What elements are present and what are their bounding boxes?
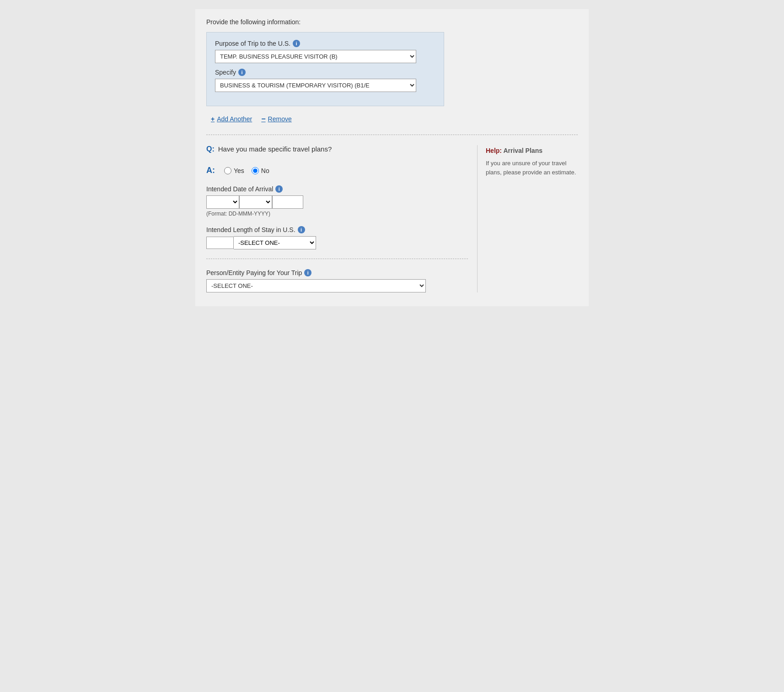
- specify-field-group: Specify i BUSINESS & TOURISM (TEMPORARY …: [215, 69, 435, 92]
- specify-label: Specify i: [215, 69, 435, 76]
- add-remove-row: + Add Another − Remove: [211, 112, 578, 126]
- arrival-info-icon[interactable]: i: [275, 185, 283, 193]
- q-label: Q:: [206, 145, 215, 153]
- arrival-date-label: Intended Date of Arrival i: [206, 185, 468, 193]
- help-panel: Help: Arrival Plans If you are unsure of…: [477, 145, 578, 292]
- length-of-stay-section: Intended Length of Stay in U.S. i -SELEC…: [206, 226, 468, 249]
- plus-icon: +: [211, 115, 215, 123]
- no-option[interactable]: No: [252, 167, 269, 174]
- purpose-label: Purpose of Trip to the U.S. i: [215, 40, 435, 47]
- arrival-month-select[interactable]: [239, 195, 272, 209]
- purpose-info-icon[interactable]: i: [293, 40, 300, 47]
- paying-info-icon[interactable]: i: [304, 269, 311, 276]
- length-inputs: -SELECT ONE- Days Weeks Months Years: [206, 236, 468, 249]
- page-container: Provide the following information: Purpo…: [195, 9, 589, 306]
- arrival-date-section: Intended Date of Arrival i (Format: DD-M…: [206, 185, 468, 217]
- help-title: Help: Arrival Plans: [486, 147, 578, 154]
- purpose-select[interactable]: TEMP. BUSINESS PLEASURE VISITOR (B): [215, 50, 416, 63]
- section-intro: Provide the following information:: [206, 18, 578, 26]
- radio-group: Yes No: [224, 167, 269, 174]
- length-unit-select[interactable]: -SELECT ONE- Days Weeks Months Years: [234, 236, 316, 249]
- purpose-field-group: Purpose of Trip to the U.S. i TEMP. BUSI…: [215, 40, 435, 63]
- specify-info-icon[interactable]: i: [238, 69, 246, 76]
- specify-select[interactable]: BUSINESS & TOURISM (TEMPORARY VISITOR) (…: [215, 79, 416, 92]
- minus-icon: −: [261, 115, 265, 123]
- yes-radio[interactable]: [224, 167, 231, 174]
- length-info-icon[interactable]: i: [298, 226, 305, 233]
- arrival-year-input[interactable]: [272, 195, 303, 209]
- paying-divider: [206, 259, 468, 259]
- help-body: If you are unsure of your travel plans, …: [486, 159, 578, 177]
- add-another-button[interactable]: + Add Another: [211, 115, 252, 123]
- remove-button[interactable]: − Remove: [261, 115, 291, 123]
- paying-select[interactable]: -SELECT ONE-: [206, 279, 426, 292]
- trip-purpose-box: Purpose of Trip to the U.S. i TEMP. BUSI…: [206, 32, 444, 106]
- q-text: Have you made specific travel plans?: [218, 145, 332, 153]
- question-main: Q: Have you made specific travel plans? …: [206, 145, 477, 292]
- section-divider: [206, 135, 578, 135]
- paying-label: Person/Entity Paying for Your Trip i: [206, 269, 468, 276]
- arrival-inputs: [206, 195, 468, 209]
- no-radio[interactable]: [252, 167, 259, 174]
- yes-option[interactable]: Yes: [224, 167, 244, 174]
- arrival-format-hint: (Format: DD-MMM-YYYY): [206, 211, 468, 217]
- question-section: Q: Have you made specific travel plans? …: [206, 145, 578, 292]
- length-label: Intended Length of Stay in U.S. i: [206, 226, 468, 233]
- paying-section: Person/Entity Paying for Your Trip i -SE…: [206, 269, 468, 292]
- length-number-input[interactable]: [206, 237, 234, 249]
- arrival-day-select[interactable]: [206, 195, 239, 209]
- a-label: A:: [206, 166, 215, 175]
